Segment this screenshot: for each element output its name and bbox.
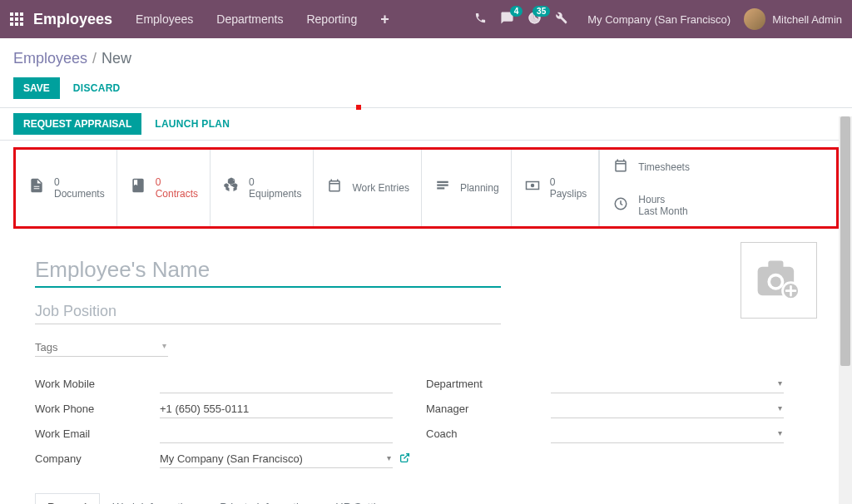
vertical-scrollbar[interactable] <box>839 116 852 504</box>
book-icon <box>129 177 147 198</box>
tab-hr-settings[interactable]: HR Settings <box>323 493 405 504</box>
main-navbar: Employees Employees Departments Reportin… <box>0 0 852 38</box>
tags-input-wrap[interactable] <box>35 339 168 357</box>
job-position-input[interactable] <box>35 298 501 324</box>
stat-equipments[interactable]: 0 Equipments <box>211 150 314 226</box>
activities-icon[interactable]: 35 <box>528 11 542 28</box>
stat-planning-label: Planning <box>460 182 499 194</box>
nav-reporting[interactable]: Reporting <box>306 12 357 26</box>
calendar-icon <box>325 178 344 197</box>
breadcrumb-separator: / <box>92 50 97 67</box>
tags-input[interactable] <box>35 341 168 353</box>
stat-timesheets[interactable]: Timesheets <box>600 150 701 185</box>
messages-badge: 4 <box>510 6 523 17</box>
stat-contracts-count: 0 <box>156 176 198 188</box>
tools-icon[interactable] <box>555 12 567 27</box>
stat-documents-label: Documents <box>54 188 105 200</box>
money-icon <box>523 178 542 197</box>
company-input[interactable] <box>160 452 393 465</box>
employee-name-input[interactable] <box>35 254 501 288</box>
department-input[interactable] <box>551 378 784 390</box>
manager-input[interactable] <box>551 403 784 415</box>
messages-icon[interactable]: 4 <box>500 11 514 28</box>
svg-rect-4 <box>768 260 783 269</box>
tab-private-information[interactable]: Private Information <box>207 493 323 504</box>
user-name-label[interactable]: Mitchell Admin <box>772 13 842 26</box>
stat-work-entries[interactable]: Work Entries <box>314 150 421 226</box>
activities-badge: 35 <box>532 6 550 17</box>
stat-hours-line2: Last Month <box>638 205 687 217</box>
cubes-icon <box>222 177 240 198</box>
breadcrumb-current: New <box>102 50 131 67</box>
label-manager: Manager <box>426 403 551 415</box>
form-actions: SAVE DISCARD <box>0 74 852 107</box>
form-body: Work Mobile Work Phone Work Email Compan… <box>13 242 839 504</box>
clock-icon <box>612 196 630 215</box>
stat-payslips[interactable]: 0 Payslips <box>512 150 600 226</box>
form-statusbar: REQUEST APPRAISAL LAUNCH PLAN <box>0 107 852 141</box>
svg-point-1 <box>530 184 534 188</box>
nav-departments[interactable]: Departments <box>216 12 283 26</box>
tasks-icon <box>433 178 452 197</box>
label-work-email: Work Email <box>35 427 160 440</box>
stat-work-entries-label: Work Entries <box>352 182 409 194</box>
coach-input[interactable] <box>551 427 784 440</box>
external-link-icon[interactable] <box>399 452 410 466</box>
work-email-input[interactable] <box>160 427 393 440</box>
phone-icon[interactable] <box>474 12 487 27</box>
breadcrumb: Employees / New <box>0 38 852 74</box>
app-title: Employees <box>33 11 112 28</box>
stat-hours-last-month[interactable]: Hours Last Month <box>600 185 701 226</box>
company-selector[interactable]: My Company (San Francisco) <box>587 13 731 26</box>
form-sheet: 0 Documents 0 Contracts 0 Equipments <box>13 147 839 504</box>
work-mobile-input[interactable] <box>160 378 393 390</box>
user-avatar[interactable] <box>744 8 765 30</box>
tab-resume[interactable]: Resumé <box>35 493 100 504</box>
stat-payslips-label: Payslips <box>550 188 587 200</box>
apps-menu-icon[interactable] <box>10 12 23 26</box>
stat-contracts[interactable]: 0 Contracts <box>117 150 211 226</box>
label-work-mobile: Work Mobile <box>35 378 160 390</box>
employee-photo-upload[interactable] <box>741 242 817 319</box>
work-phone-input[interactable] <box>160 403 393 415</box>
tab-work-information[interactable]: Work Information <box>100 493 207 504</box>
nav-new-icon[interactable]: + <box>380 11 389 28</box>
stat-timesheets-label: Timesheets <box>638 161 690 173</box>
stat-buttons-highlighted: 0 Documents 0 Contracts 0 Equipments <box>13 147 839 229</box>
label-coach: Coach <box>426 427 551 440</box>
stat-equipments-count: 0 <box>249 176 301 188</box>
stat-payslips-count: 0 <box>550 176 587 188</box>
scrollbar-thumb[interactable] <box>840 116 850 366</box>
stat-planning[interactable]: Planning <box>422 150 512 226</box>
stat-documents-count: 0 <box>54 176 105 188</box>
form-tabs: Resumé Work Information Private Informat… <box>35 493 817 504</box>
modified-indicator <box>356 105 361 110</box>
label-department: Department <box>426 378 551 390</box>
svg-point-6 <box>770 276 781 287</box>
label-company: Company <box>35 452 160 465</box>
label-work-phone: Work Phone <box>35 403 160 415</box>
stat-documents[interactable]: 0 Documents <box>16 150 117 226</box>
stat-equipments-label: Equipments <box>249 188 301 200</box>
breadcrumb-root[interactable]: Employees <box>13 50 87 67</box>
launch-plan-button[interactable]: LAUNCH PLAN <box>155 113 230 135</box>
save-button[interactable]: SAVE <box>13 77 60 99</box>
stat-contracts-label: Contracts <box>156 188 198 200</box>
nav-employees[interactable]: Employees <box>136 12 193 26</box>
request-appraisal-button[interactable]: REQUEST APPRAISAL <box>13 113 141 135</box>
calendar-icon <box>612 158 630 177</box>
discard-button[interactable]: DISCARD <box>73 82 121 94</box>
document-icon <box>27 177 46 198</box>
stat-hours-line1: Hours <box>638 194 687 205</box>
